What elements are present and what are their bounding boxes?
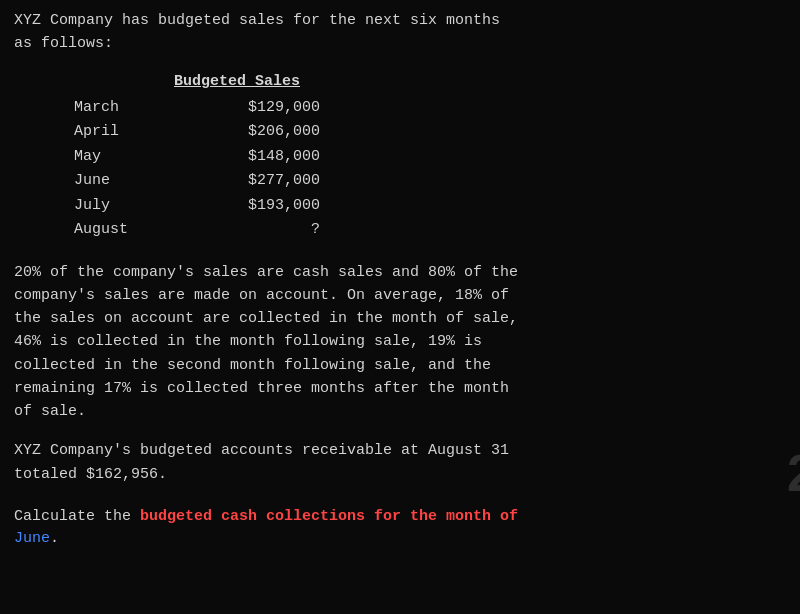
table-cell-month: March bbox=[74, 96, 174, 121]
table-header-sales: Budgeted Sales bbox=[174, 71, 320, 96]
paragraph1: 20% of the company's sales are cash sale… bbox=[14, 261, 786, 424]
budgeted-sales-section: Budgeted Sales March$129,000April$206,00… bbox=[14, 71, 786, 243]
intro-text: XYZ Company has budgeted sales for the n… bbox=[14, 10, 786, 55]
table-cell-month: April bbox=[74, 120, 174, 145]
question-highlight: budgeted cash collections for the month … bbox=[140, 508, 518, 525]
budgeted-sales-table: Budgeted Sales March$129,000April$206,00… bbox=[74, 71, 320, 243]
table-cell-month: July bbox=[74, 194, 174, 219]
question-prefix: Calculate the bbox=[14, 508, 140, 525]
table-cell-amount: $277,000 bbox=[174, 169, 320, 194]
table-cell-month: May bbox=[74, 145, 174, 170]
table-cell-amount: ? bbox=[174, 218, 320, 243]
paragraph2: XYZ Company's budgeted accounts receivab… bbox=[14, 439, 786, 486]
table-cell-amount: $193,000 bbox=[174, 194, 320, 219]
table-header-month bbox=[74, 71, 174, 96]
table-cell-amount: $148,000 bbox=[174, 145, 320, 170]
table-cell-amount: $206,000 bbox=[174, 120, 320, 145]
table-cell-month: June bbox=[74, 169, 174, 194]
table-cell-amount: $129,000 bbox=[174, 96, 320, 121]
table-row: April$206,000 bbox=[74, 120, 320, 145]
question-blue: June bbox=[14, 530, 50, 547]
question-section: Calculate the budgeted cash collections … bbox=[14, 506, 786, 551]
table-row: May$148,000 bbox=[74, 145, 320, 170]
question-text: Calculate the budgeted cash collections … bbox=[14, 506, 786, 551]
table-row: March$129,000 bbox=[74, 96, 320, 121]
watermark-number: 2 bbox=[787, 434, 800, 512]
table-cell-month: August bbox=[74, 218, 174, 243]
table-row: July$193,000 bbox=[74, 194, 320, 219]
question-end: . bbox=[50, 530, 59, 547]
table-row: August? bbox=[74, 218, 320, 243]
table-row: June$277,000 bbox=[74, 169, 320, 194]
